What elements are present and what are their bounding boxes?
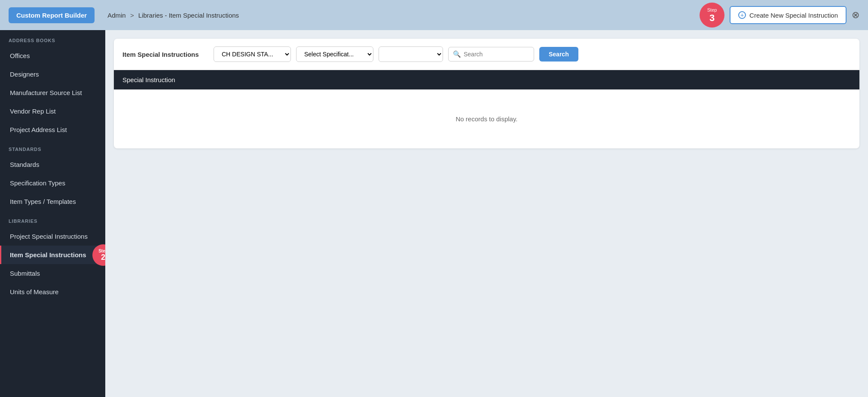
close-button[interactable]: ⊗ [852,9,859,21]
main-layout: ADDRESS BOOKS Offices Designers Manufact… [0,30,868,397]
breadcrumb: Admin > Libraries - Item Special Instruc… [95,12,700,19]
search-input-wrapper: 🔍 [448,47,534,62]
sidebar-item-project-address-list[interactable]: Project Address List [0,120,105,139]
sidebar-item-offices[interactable]: Offices [0,46,105,65]
breadcrumb-separator: > [130,12,134,19]
sidebar: ADDRESS BOOKS Offices Designers Manufact… [0,30,105,397]
column-special-instruction: Special Instruction [122,76,175,83]
plus-circle-icon: + [738,11,746,19]
sidebar-section-standards: STANDARDS [0,139,105,155]
content-panel: Item Special Instructions CH DESIGN STA.… [114,39,859,148]
sidebar-item-item-types-templates[interactable]: Item Types / Templates [0,192,105,211]
sidebar-item-specification-types[interactable]: Specification Types [0,174,105,192]
sidebar-item-wrapper-item-special-instructions: Item Special Instructions Step 2 [0,246,105,264]
sidebar-item-vendor-rep-list[interactable]: Vendor Rep List [0,102,105,120]
breadcrumb-path: Libraries - Item Special Instructions [138,12,239,19]
content-area: Item Special Instructions CH DESIGN STA.… [105,30,868,397]
sidebar-item-standards[interactable]: Standards [0,155,105,174]
filter-bar: Item Special Instructions CH DESIGN STA.… [114,39,859,70]
filter-label: Item Special Instructions [122,51,208,58]
company-dropdown[interactable]: CH DESIGN STA... [214,46,291,62]
table-header: Special Instruction [114,70,859,89]
search-input[interactable] [464,47,524,61]
sidebar-section-address-books: ADDRESS BOOKS [0,30,105,46]
create-btn-area: Step 3 + Create New Special Instruction … [700,3,859,28]
sidebar-item-item-special-instructions[interactable]: Item Special Instructions [0,246,105,264]
create-new-special-instruction-button[interactable]: + Create New Special Instruction [730,6,847,24]
sidebar-item-manufacturer-source-list[interactable]: Manufacturer Source List [0,83,105,102]
sidebar-item-designers[interactable]: Designers [0,65,105,83]
sidebar-section-libraries: LIBRARIES [0,211,105,227]
step3-badge: Step 3 [700,3,724,28]
empty-state: No records to display. [114,89,859,148]
top-bar: Custom Report Builder Admin > Libraries … [0,0,868,30]
specification-dropdown[interactable]: Select Specificat... [296,46,373,62]
breadcrumb-root: Admin [107,12,126,19]
extra-dropdown[interactable] [379,46,443,62]
sidebar-item-units-of-measure[interactable]: Units of Measure [0,283,105,301]
search-icon: 🔍 [453,50,461,58]
search-button[interactable]: Search [539,47,578,62]
custom-report-button[interactable]: Custom Report Builder [9,7,95,23]
sidebar-item-project-special-instructions[interactable]: Project Special Instructions [0,227,105,246]
sidebar-item-submittals[interactable]: Submittals [0,264,105,283]
